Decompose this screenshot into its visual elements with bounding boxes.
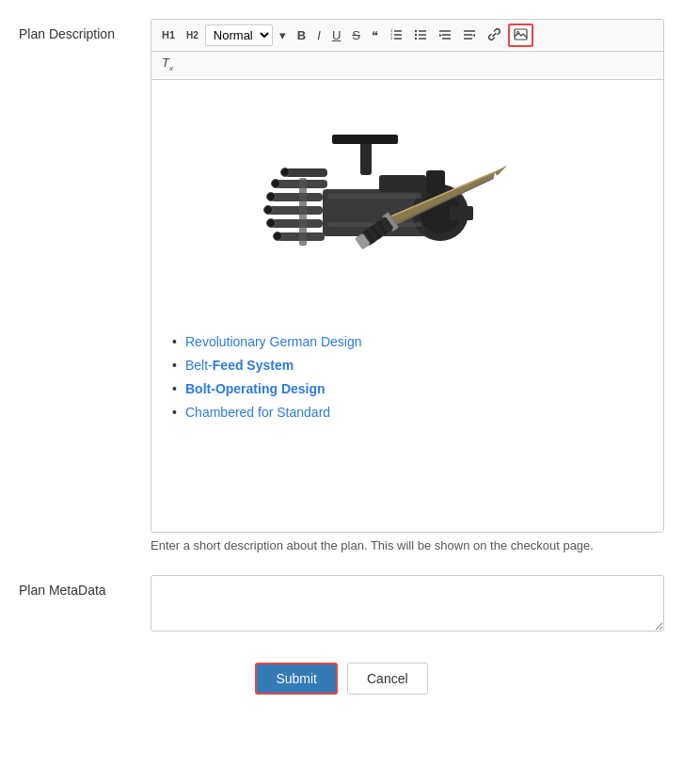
svg-rect-28	[426, 170, 445, 194]
svg-point-36	[267, 218, 276, 227]
h2-button[interactable]: H2	[182, 28, 203, 43]
list-item: Bolt-Operating Design	[185, 377, 648, 401]
form-actions: Submit Cancel	[0, 663, 683, 695]
image-button[interactable]	[508, 24, 533, 47]
plan-metadata-label: Plan MetaData	[19, 575, 151, 598]
unordered-list-button[interactable]	[409, 25, 432, 46]
svg-rect-41	[299, 178, 307, 246]
svg-point-10	[415, 33, 417, 35]
plan-metadata-field	[151, 575, 664, 634]
svg-point-30	[272, 179, 280, 187]
submit-button[interactable]: Submit	[255, 663, 338, 695]
indent-left-button[interactable]	[434, 25, 456, 46]
editor-content[interactable]: Revolutionary German Design Belt-Feed Sy…	[151, 80, 663, 532]
svg-point-40	[281, 168, 290, 176]
weapon-image-svg	[247, 95, 567, 312]
clear-format-button[interactable]: Tx	[157, 54, 178, 75]
help-text: Enter a short description about the plan…	[151, 538, 664, 552]
toolbar-row-2: Tx	[151, 52, 663, 80]
ordered-list-button[interactable]: 1 2 3	[385, 25, 407, 46]
h1-button[interactable]: H1	[157, 27, 180, 43]
list-item: Belt-Feed System	[185, 354, 648, 377]
italic-button[interactable]: I	[312, 26, 326, 44]
svg-rect-33	[268, 206, 323, 215]
indent-right-button[interactable]	[458, 25, 481, 46]
svg-point-9	[415, 29, 417, 31]
svg-rect-27	[379, 175, 426, 192]
svg-point-38	[274, 232, 282, 240]
feature-bullet-list: Revolutionary German Design Belt-Feed Sy…	[167, 330, 648, 425]
link-button[interactable]	[483, 24, 506, 46]
strikethrough-button[interactable]: S	[347, 26, 365, 44]
svg-rect-23	[332, 135, 398, 144]
bold-button[interactable]: B	[293, 26, 310, 44]
svg-text:3: 3	[390, 36, 393, 40]
plan-description-field: H1 H2 Normal ▾ B I U S ❝ 1 2	[151, 19, 664, 552]
format-select-arrow: ▾	[275, 26, 291, 44]
svg-rect-35	[271, 219, 323, 228]
svg-marker-54	[495, 164, 509, 176]
metadata-textarea[interactable]	[151, 575, 664, 632]
svg-point-32	[267, 192, 276, 200]
svg-rect-31	[271, 193, 323, 201]
svg-point-11	[415, 37, 417, 39]
svg-rect-39	[285, 168, 327, 177]
svg-marker-15	[439, 34, 442, 37]
weapon-image-container	[167, 95, 648, 312]
plan-description-row: Plan Description H1 H2 Normal ▾ B I U S …	[0, 19, 683, 552]
underline-button[interactable]: U	[327, 26, 345, 44]
blockquote-button[interactable]: ❝	[367, 26, 383, 44]
list-item: Revolutionary German Design	[185, 330, 648, 354]
rich-text-editor: H1 H2 Normal ▾ B I U S ❝ 1 2	[151, 19, 664, 533]
cancel-button[interactable]: Cancel	[347, 663, 428, 695]
svg-point-34	[264, 205, 273, 214]
toolbar-row-1: H1 H2 Normal ▾ B I U S ❝ 1 2	[151, 20, 663, 52]
svg-rect-42	[327, 194, 421, 199]
plan-description-label: Plan Description	[19, 19, 151, 41]
svg-rect-45	[450, 206, 473, 220]
svg-marker-19	[472, 34, 475, 37]
format-select[interactable]: Normal	[205, 24, 273, 46]
plan-metadata-row: Plan MetaData	[0, 575, 683, 634]
list-item: Chambered for Standard	[185, 401, 648, 424]
